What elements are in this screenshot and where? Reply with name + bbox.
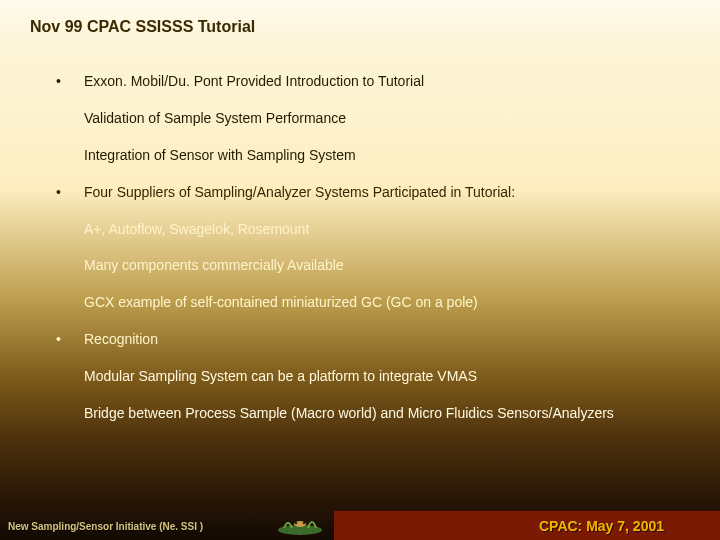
list-item-text: Recognition — [84, 330, 158, 349]
list-item-text: Validation of Sample System Performance — [84, 109, 346, 128]
slide-title: Nov 99 CPAC SSISSS Tutorial — [30, 18, 255, 36]
list-item: A+, Autoflow, Swagelok, Rosemount — [56, 220, 692, 239]
bullet-icon: • — [56, 331, 84, 347]
footer-left-text: New Sampling/Sensor Initiative (Ne. SSI … — [8, 521, 203, 532]
bullet-icon: • — [56, 184, 84, 200]
list-item-text: Modular Sampling System can be a platfor… — [84, 367, 477, 386]
list-item: Many components commercially Available — [56, 256, 692, 275]
list-item-text: Exxon. Mobil/Du. Pont Provided Introduct… — [84, 72, 424, 91]
slide-body: •Exxon. Mobil/Du. Pont Provided Introduc… — [56, 72, 692, 441]
svg-point-2 — [295, 522, 297, 524]
footer-logo-icon — [274, 508, 326, 536]
list-item-text: GCX example of self-contained miniaturiz… — [84, 293, 478, 312]
svg-point-3 — [303, 522, 305, 524]
list-item: Modular Sampling System can be a platfor… — [56, 367, 692, 386]
bullet-icon: • — [56, 73, 84, 89]
list-item-text: Integration of Sensor with Sampling Syst… — [84, 146, 356, 165]
list-item: GCX example of self-contained miniaturiz… — [56, 293, 692, 312]
list-item: Validation of Sample System Performance — [56, 109, 692, 128]
list-item: •Recognition — [56, 330, 692, 349]
list-item: Integration of Sensor with Sampling Syst… — [56, 146, 692, 165]
list-item-text: A+, Autoflow, Swagelok, Rosemount — [84, 220, 309, 239]
list-item-text: Bridge between Process Sample (Macro wor… — [84, 404, 614, 423]
list-item: Bridge between Process Sample (Macro wor… — [56, 404, 692, 423]
footer-date: CPAC: May 7, 2001 — [539, 518, 664, 534]
list-item: •Four Suppliers of Sampling/Analyzer Sys… — [56, 183, 692, 202]
list-item-text: Many components commercially Available — [84, 256, 344, 275]
list-item-text: Four Suppliers of Sampling/Analyzer Syst… — [84, 183, 515, 202]
footer: New Sampling/Sensor Initiative (Ne. SSI … — [0, 504, 720, 540]
list-item: •Exxon. Mobil/Du. Pont Provided Introduc… — [56, 72, 692, 91]
